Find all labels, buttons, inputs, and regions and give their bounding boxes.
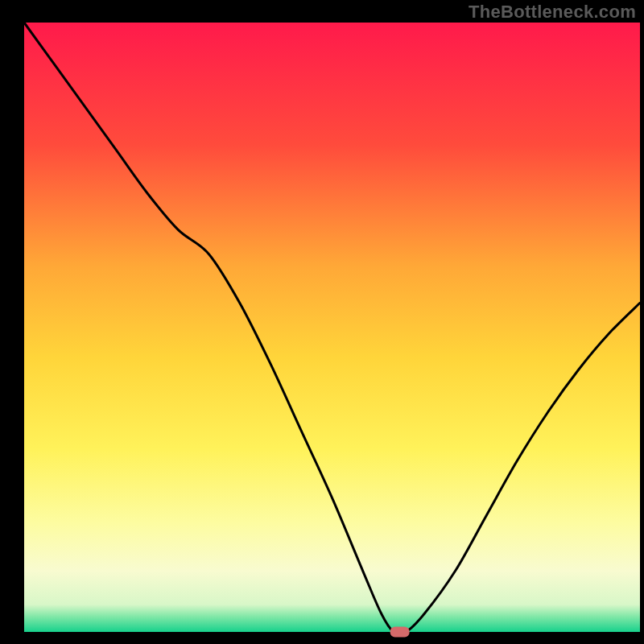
plot-background [24, 23, 640, 632]
watermark-text: TheBottleneck.com [469, 2, 636, 23]
bottleneck-chart: TheBottleneck.com [0, 0, 644, 644]
chart-canvas [0, 0, 644, 644]
optimal-marker [390, 627, 410, 638]
